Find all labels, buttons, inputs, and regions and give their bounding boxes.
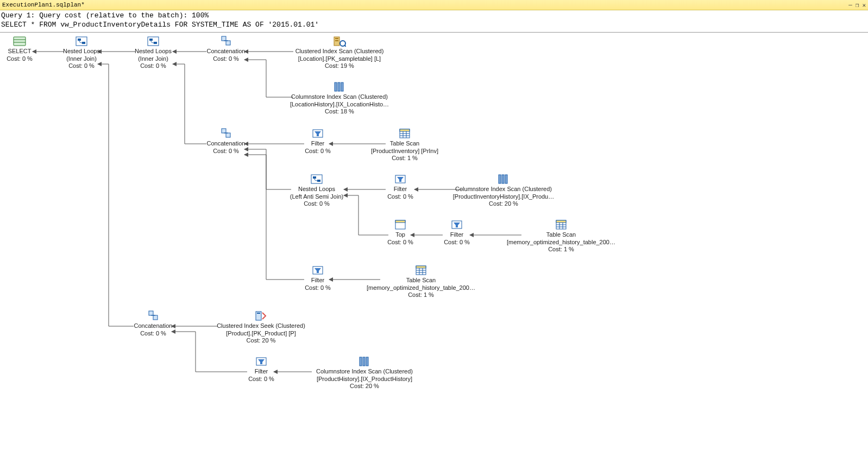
op-label: Concatenation [199, 48, 253, 55]
plan-canvas[interactable]: SELECT Cost: 0 % Nested Loops (Inner Joi… [0, 33, 868, 457]
op-label: Filter [381, 186, 419, 193]
clustered-index-scan-icon [333, 36, 346, 47]
op-label: Columnstore Index Scan (Clustered) [441, 186, 566, 193]
op-cost: Cost: 0 % [299, 148, 337, 155]
op-label: Columnstore Index Scan (Clustered) [302, 368, 427, 376]
op-clustered-index-seek-product[interactable]: Clustered Index Seek (Clustered) [Produc… [205, 310, 317, 345]
columnstore-scan-icon [333, 81, 346, 92]
op-label: Concatenation [199, 140, 253, 148]
op-label: Table Scan [499, 231, 624, 239]
op-cost: Cost: 0 % [3, 55, 36, 63]
restore-icon[interactable]: ❐ [856, 2, 859, 9]
op-cost: Cost: 0 % [381, 239, 419, 246]
op-label: Nested Loops [281, 186, 352, 193]
op-label: Filter [242, 368, 280, 376]
op-columnstore-scan-location[interactable]: Columnstore Index Scan (Clustered) [Loca… [277, 81, 402, 116]
op-select[interactable]: SELECT Cost: 0 % [3, 36, 36, 63]
op-cost: Cost: 0 % [299, 284, 337, 292]
nested-loops-icon [147, 36, 160, 47]
op-concatenation-3[interactable]: Concatenation Cost: 0 % [126, 310, 180, 338]
op-cost: Cost: 19 % [282, 62, 397, 70]
filter-icon [450, 219, 463, 230]
op-table-scan-history-1[interactable]: Table Scan [memory_optimized_history_tab… [499, 219, 624, 253]
op-sub: [Location].[PK_sampletable] [L] [282, 55, 397, 63]
op-cost: Cost: 0 % [242, 376, 280, 383]
op-label: Top [381, 231, 419, 239]
op-table-scan-history-2[interactable]: Table Scan [memory_optimized_history_tab… [358, 265, 483, 299]
table-scan-icon [398, 128, 411, 139]
op-sub: (Inner Join) [126, 55, 180, 63]
filter-icon [255, 356, 268, 367]
columnstore-scan-icon [497, 174, 510, 185]
op-table-scan-productinventory[interactable]: Table Scan [ProductInventory] [PrInv] Co… [358, 128, 451, 162]
op-label: Nested Loops [54, 48, 109, 55]
op-label: Clustered Index Seek (Clustered) [205, 322, 317, 330]
select-icon [13, 36, 26, 47]
op-sub: [ProductInventoryHistory].[IX_Produ… [441, 193, 566, 201]
op-label: Table Scan [358, 277, 483, 284]
op-cost: Cost: 0 % [281, 200, 352, 208]
op-sub: [Product].[PK_Product] [P] [205, 330, 317, 338]
op-cost: Cost: 20 % [302, 383, 427, 390]
op-top[interactable]: Top Cost: 0 % [381, 219, 419, 246]
clustered-index-seek-icon [255, 310, 268, 321]
op-clustered-index-scan-location[interactable]: Clustered Index Scan (Clustered) [Locati… [282, 36, 397, 70]
op-sub: [ProductHistory].[IX_ProductHistory] [302, 376, 427, 383]
op-label: Table Scan [358, 140, 451, 148]
op-cost: Cost: 1 % [358, 291, 483, 299]
tab-bar: ExecutionPlan1.sqlplan* — ❐ ✕ [0, 0, 868, 10]
filter-icon [311, 128, 324, 139]
minimize-icon[interactable]: — [848, 2, 852, 9]
concatenation-icon [219, 36, 232, 47]
op-cost: Cost: 0 % [126, 330, 180, 338]
op-filter-5[interactable]: Filter Cost: 0 % [242, 356, 280, 383]
query-text-line: SELECT * FROM vw_ProductInventoryDetails… [1, 21, 319, 29]
op-sub: (Inner Join) [54, 55, 109, 63]
op-filter-1[interactable]: Filter Cost: 0 % [299, 128, 337, 155]
tab-title[interactable]: ExecutionPlan1.sqlplan* [2, 2, 85, 8]
table-scan-icon [414, 265, 427, 276]
close-icon[interactable]: ✕ [862, 2, 866, 9]
op-nested-loops-1[interactable]: Nested Loops (Inner Join) Cost: 0 % [54, 36, 109, 70]
op-concatenation-1[interactable]: Concatenation Cost: 0 % [199, 36, 253, 63]
op-cost: Cost: 0 % [54, 62, 109, 70]
op-sub: (Left Anti Semi Join) [281, 193, 352, 201]
window-controls: — ❐ ✕ [848, 2, 866, 9]
nested-loops-icon [310, 174, 323, 185]
op-cost: Cost: 1 % [358, 155, 451, 162]
filter-icon [311, 265, 324, 276]
op-label: Filter [438, 231, 476, 239]
op-columnstore-scan-productinventory-history[interactable]: Columnstore Index Scan (Clustered) [Prod… [441, 174, 566, 208]
op-sub: [LocationHistory].[IX_LocationHisto… [277, 101, 402, 109]
op-sub: [memory_optimized_history_table_200… [499, 239, 624, 246]
op-filter-2[interactable]: Filter Cost: 0 % [381, 174, 419, 201]
op-nested-loops-2[interactable]: Nested Loops (Inner Join) Cost: 0 % [126, 36, 180, 70]
concatenation-icon [147, 310, 160, 321]
op-cost: Cost: 20 % [205, 337, 317, 345]
op-label: Nested Loops [126, 48, 180, 55]
filter-icon [394, 174, 407, 185]
op-cost: Cost: 18 % [277, 108, 402, 116]
op-label: Clustered Index Scan (Clustered) [282, 48, 397, 55]
op-filter-4[interactable]: Filter Cost: 0 % [299, 265, 337, 292]
op-label: Filter [299, 277, 337, 284]
op-nested-loops-3[interactable]: Nested Loops (Left Anti Semi Join) Cost:… [281, 174, 352, 208]
op-cost: Cost: 20 % [441, 200, 566, 208]
op-cost: Cost: 0 % [438, 239, 476, 246]
op-concatenation-2[interactable]: Concatenation Cost: 0 % [199, 128, 253, 155]
table-scan-icon [555, 219, 568, 230]
op-cost: Cost: 0 % [199, 55, 253, 63]
op-cost: Cost: 1 % [499, 246, 624, 253]
op-label: SELECT [3, 48, 36, 55]
op-cost: Cost: 0 % [199, 148, 253, 155]
op-columnstore-scan-producthistory[interactable]: Columnstore Index Scan (Clustered) [Prod… [302, 356, 427, 390]
query-cost-line: Query 1: Query cost (relative to the bat… [1, 11, 209, 20]
op-cost: Cost: 0 % [126, 62, 180, 70]
op-label: Concatenation [126, 322, 180, 330]
op-sub: [memory_optimized_history_table_200… [358, 284, 483, 292]
op-sub: [ProductInventory] [PrInv] [358, 148, 451, 155]
columnstore-scan-icon [358, 356, 371, 367]
op-label: Columnstore Index Scan (Clustered) [277, 93, 402, 101]
op-filter-3[interactable]: Filter Cost: 0 % [438, 219, 476, 246]
op-cost: Cost: 0 % [381, 193, 419, 201]
